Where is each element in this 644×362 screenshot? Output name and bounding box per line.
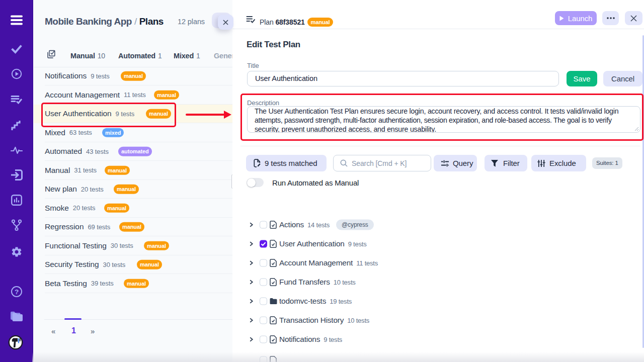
svg-text:?: ? xyxy=(15,288,19,296)
